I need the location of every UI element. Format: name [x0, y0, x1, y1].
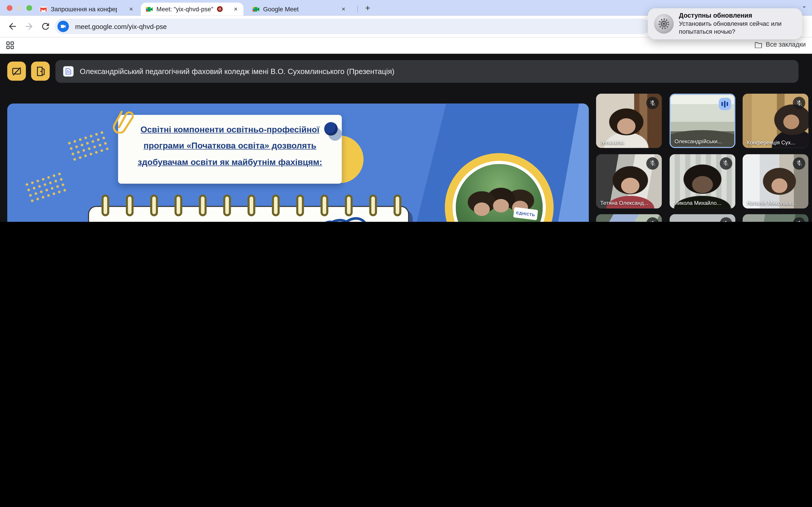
meet-camera-badge-icon	[58, 20, 69, 32]
minimize-window-button[interactable]	[16, 5, 22, 11]
spiral-loop	[150, 194, 158, 216]
participant-name: Тетяна Олександ...	[600, 200, 648, 206]
mic-muted-icon	[646, 157, 659, 170]
spiral-loop	[223, 194, 231, 216]
folder-icon	[754, 41, 762, 48]
all-bookmarks[interactable]: Все закладки	[754, 41, 806, 48]
meet-icon	[252, 5, 259, 13]
mic-muted-icon	[720, 157, 732, 170]
photo-sign: ЄДНІСТЬ	[513, 207, 538, 220]
tab-google-meet[interactable]: Google Meet ×	[248, 2, 351, 15]
spiral-loop	[296, 194, 304, 216]
close-tab-icon[interactable]: ×	[341, 5, 346, 13]
back-icon[interactable]	[7, 21, 18, 32]
spiral-loop	[320, 194, 328, 216]
participant-tile[interactable]: zenxxxtsu	[596, 94, 662, 148]
spiral-loop	[394, 194, 401, 216]
tab-meet-call[interactable]: Meet: "yix-qhvd-pse" ×	[141, 2, 244, 15]
recording-indicator-icon	[217, 6, 222, 12]
slide-title: Освітні компоненти освітньо-професійної …	[127, 121, 333, 170]
close-window-button[interactable]	[7, 5, 12, 11]
mic-muted-icon	[793, 157, 805, 170]
door-exit-icon	[36, 66, 45, 76]
participant-tile[interactable]: Шевченко Вікторія	[743, 214, 808, 222]
spiral-loop	[369, 194, 377, 216]
participant-name: zenxxxtsu	[600, 139, 624, 145]
bookmarks-bar: Все закладки	[0, 37, 812, 54]
gmail-icon	[40, 5, 47, 13]
forward-icon[interactable]	[24, 21, 34, 32]
presentation-doc-icon	[63, 66, 73, 77]
spiral-loop	[174, 194, 182, 216]
paperclip-icon	[113, 107, 134, 133]
spiral-loop	[248, 194, 255, 216]
participant-name: Микола Михайло...	[673, 200, 721, 206]
participant-name: Наталія Миколаїв...	[747, 200, 796, 206]
apps-grid-icon[interactable]	[6, 42, 14, 49]
pushpin-icon	[324, 122, 340, 137]
tab-title: Google Meet	[263, 5, 299, 13]
url-field[interactable]: meet.google.com/yix-qhvd-pse	[55, 18, 651, 34]
notification-title: Доступны обновления	[679, 12, 796, 20]
spiral-loop	[126, 194, 134, 216]
close-tab-icon[interactable]: ×	[128, 5, 134, 13]
participant-tile[interactable]: Тетяна Олександ...	[596, 154, 662, 208]
tab-separator	[357, 5, 358, 12]
meet-app: Олександрійський педагогічний фаховий ко…	[0, 54, 812, 222]
url-text: meet.google.com/yix-qhvd-pse	[75, 22, 167, 30]
participant-tile[interactable]: Наталія Миколаїв...	[743, 154, 808, 208]
spiral-loop	[101, 194, 109, 216]
session-title: Олександрійський педагогічний фаховий ко…	[80, 67, 395, 75]
participant-name: Конференція Сух...	[747, 139, 795, 145]
zoom-window-button[interactable]	[27, 5, 32, 11]
new-tab-button[interactable]: +	[362, 2, 373, 14]
tab-search-chevron-icon[interactable]: ⌄	[802, 2, 807, 9]
tab-gmail[interactable]: Запрошення на конференці ×	[35, 2, 139, 15]
screen: Запрошення на конференці × Meet: "yix-qh…	[0, 0, 812, 222]
meet-icon	[145, 5, 153, 13]
speaking-indicator-icon	[718, 98, 731, 110]
tab-title: Meet: "yix-qhvd-pse"	[156, 5, 213, 13]
participant-tile[interactable]: Олександрійськи...	[669, 94, 735, 148]
system-update-notification[interactable]: Доступны обновления Установить обновлени…	[648, 8, 802, 39]
mic-muted-icon	[646, 97, 659, 109]
dots-decoration	[66, 129, 111, 163]
session-title-bar: Олександрійський педагогічний фаховий ко…	[55, 60, 799, 83]
participant-tile[interactable]: Софія Момот	[669, 214, 735, 222]
spiral-loop	[199, 194, 207, 216]
dots-decoration	[23, 170, 69, 205]
mic-muted-icon	[793, 97, 805, 109]
tab-title: Запрошення на конференці	[51, 5, 117, 13]
presentation-off-icon	[11, 66, 22, 76]
spiral-loop	[345, 194, 353, 216]
reload-icon[interactable]	[40, 21, 51, 32]
slide-notebook: оволодіти навичками роботи в команді при…	[88, 206, 409, 222]
participant-name: Олександрійськи...	[674, 138, 722, 144]
participant-tile[interactable]: Вікторія Щур	[596, 214, 662, 222]
notification-body: Установить обновления сейчас или попытат…	[679, 20, 796, 36]
spiral-loop	[272, 194, 280, 216]
window-controls[interactable]	[7, 5, 32, 11]
presentation-stage: Освітні компоненти освітньо-професійної …	[7, 103, 589, 222]
stop-presenting-button[interactable]	[7, 62, 26, 81]
close-tab-icon[interactable]: ×	[233, 5, 239, 13]
slide: Освітні компоненти освітньо-професійної …	[7, 103, 589, 222]
participant-tile[interactable]: Конференція Сух...	[743, 94, 808, 148]
settings-gear-icon	[654, 14, 674, 34]
all-bookmarks-label: Все закладки	[766, 41, 806, 48]
participant-tile[interactable]: Микола Михайло...	[669, 154, 735, 208]
leave-room-button[interactable]	[31, 62, 50, 81]
slide-title-card: Освітні компоненти освітньо-професійної …	[118, 115, 342, 183]
